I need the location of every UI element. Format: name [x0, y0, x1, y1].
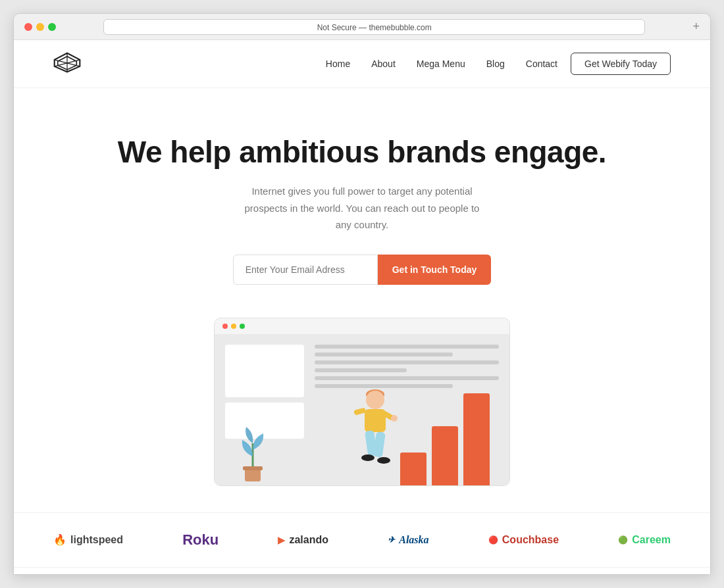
browser-dots — [24, 23, 56, 31]
nav-about[interactable]: About — [371, 59, 396, 69]
text-line-4 — [315, 368, 407, 372]
couchbase-label: Couchbase — [502, 534, 559, 546]
svg-point-16 — [377, 457, 390, 464]
site-logo — [53, 52, 81, 76]
text-line-3 — [315, 360, 499, 364]
plant-decoration — [234, 424, 271, 485]
brand-zalando: ▶ zalando — [278, 534, 328, 546]
brand-roku: Roku — [182, 531, 219, 549]
add-tab-button[interactable]: + — [692, 20, 700, 34]
text-line-2 — [315, 353, 453, 356]
brand-lightspeed: 🔥 lightspeed — [53, 533, 123, 546]
nav-blog[interactable]: Blog — [486, 59, 505, 69]
zalando-label: zalando — [289, 534, 328, 546]
website-content: Home About Mega Menu Blog Contact Get We… — [14, 40, 710, 574]
hero-illustration — [214, 318, 510, 486]
alaska-icon: ✈ — [388, 535, 395, 545]
brand-alaska: ✈ Alaska — [388, 534, 428, 546]
text-line-1 — [315, 345, 499, 349]
svg-rect-10 — [365, 409, 386, 432]
roku-label: Roku — [182, 531, 219, 549]
nav-links: Home About Mega Menu Blog Contact — [326, 58, 557, 70]
minimize-dot[interactable] — [36, 23, 44, 31]
browser-mockup — [214, 318, 510, 486]
bar-chart — [400, 380, 490, 485]
zalando-icon: ▶ — [278, 535, 285, 545]
lightspeed-icon: 🔥 — [53, 533, 66, 546]
brands-strip: 🔥 lightspeed Roku ▶ zalando ✈ Alaska 🔴 C… — [14, 512, 710, 568]
bar-3 — [463, 393, 490, 485]
address-bar[interactable]: Not Secure — themebubble.com — [103, 19, 645, 35]
nav-cta-button[interactable]: Get Webify Today — [571, 53, 671, 75]
content-block-tall — [225, 345, 304, 397]
browser-window: Not Secure — themebubble.com + Home Abou… — [13, 13, 711, 575]
lightspeed-label: lightspeed — [70, 534, 123, 546]
mockup-dot-green — [240, 324, 245, 329]
hero-form: Get in Touch Today — [53, 255, 671, 285]
brand-careem: 🟢 Careem — [618, 534, 671, 546]
mockup-titlebar — [215, 318, 509, 334]
email-input[interactable] — [233, 255, 378, 285]
hero-section: We help ambitious brands engage. Interne… — [14, 88, 710, 512]
nav-home[interactable]: Home — [326, 59, 350, 69]
mockup-dot-red — [222, 324, 228, 329]
cta-button[interactable]: Get in Touch Today — [378, 255, 492, 285]
close-dot[interactable] — [24, 23, 32, 31]
svg-rect-14 — [373, 431, 386, 458]
alaska-label: Alaska — [399, 534, 428, 546]
brand-couchbase: 🔴 Couchbase — [488, 534, 559, 546]
careem-label: Careem — [632, 534, 671, 546]
svg-rect-11 — [353, 407, 366, 415]
maximize-dot[interactable] — [48, 23, 56, 31]
good-hands-section: You're in good hands Fitst see how your … — [14, 568, 710, 575]
site-nav: Home About Mega Menu Blog Contact Get We… — [14, 40, 710, 88]
hero-title: We help ambitious brands engage. — [53, 134, 671, 170]
mockup-dot-yellow — [231, 324, 236, 329]
svg-point-15 — [361, 454, 375, 461]
character-illustration — [342, 380, 408, 485]
svg-point-9 — [366, 391, 384, 409]
couchbase-icon: 🔴 — [488, 535, 498, 545]
svg-rect-6 — [243, 466, 263, 470]
mockup-content — [215, 334, 509, 485]
nav-contact[interactable]: Contact — [526, 59, 557, 69]
bar-1 — [400, 453, 427, 485]
careem-icon: 🟢 — [618, 535, 628, 545]
nav-mega-menu[interactable]: Mega Menu — [417, 59, 465, 69]
browser-titlebar: Not Secure — themebubble.com + — [14, 14, 710, 40]
svg-point-17 — [391, 415, 398, 422]
bar-2 — [432, 426, 458, 485]
hero-subtitle: Internet gives you full power to target … — [240, 183, 484, 233]
